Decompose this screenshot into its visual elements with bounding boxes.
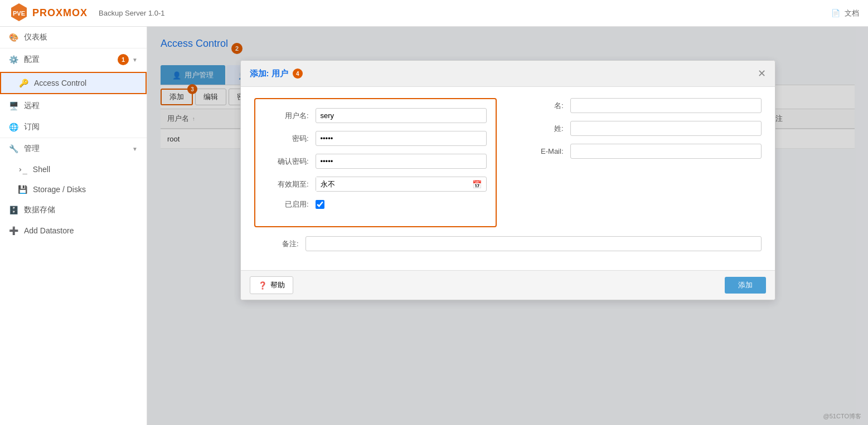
form-row-email: E-Mail: (519, 144, 762, 159)
data-storage-icon: 🗄️ (9, 206, 18, 214)
enabled-label: 已启用: (264, 199, 309, 209)
dialog-badge: 4 (293, 69, 303, 79)
subscription-icon: 🌐 (9, 123, 18, 131)
sidebar-item-dashboard[interactable]: 🎨 仪表板 (0, 27, 147, 48)
config-badge: 1 (118, 54, 129, 65)
storage-icon: 💾 (18, 185, 27, 194)
confirm-input[interactable] (316, 154, 487, 169)
shell-icon: ›_ (18, 165, 27, 174)
sidebar-label-remote: 远程 (24, 101, 40, 111)
access-control-icon: 🔑 (19, 79, 28, 87)
email-input[interactable] (570, 144, 762, 159)
form-right: 名: 姓: E-Mail: (519, 98, 762, 227)
sidebar-label-config: 配置 (24, 55, 40, 65)
sidebar-item-add-datastore[interactable]: ➕ Add Datastore (0, 221, 147, 241)
dialog-add-button[interactable]: 添加 (725, 277, 766, 294)
sidebar-label-storage: Storage / Disks (33, 185, 86, 194)
app-title: Backup Server 1.0-1 (99, 9, 165, 17)
sidebar-label-add-datastore: Add Datastore (24, 226, 74, 235)
form-row-enabled: 已启用: (264, 199, 487, 209)
sidebar-label-subscription: 订阅 (24, 122, 40, 132)
logo-text: PROXMOX (32, 7, 88, 19)
sidebar-label-admin: 管理 (24, 144, 40, 154)
expire-label: 有效期至: (264, 179, 309, 189)
dialog-footer: ❓ 帮助 添加 (241, 270, 775, 300)
sidebar-item-config[interactable]: ⚙️ 配置 1 ▼ (0, 48, 147, 71)
top-bar-right: 📄 文档 (831, 8, 859, 18)
sidebar-label-dashboard: 仪表板 (24, 32, 47, 42)
form-row-note: 备注: (254, 236, 762, 251)
sidebar-item-storage-disks[interactable]: 💾 Storage / Disks (0, 179, 147, 199)
top-bar-left: PVE PROXMOX Backup Server 1.0-1 (9, 3, 165, 23)
email-label: E-Mail: (519, 147, 564, 155)
expire-input[interactable] (316, 177, 468, 191)
note-label: 备注: (254, 239, 299, 249)
form-row-confirm: 确认密码: (264, 154, 487, 169)
form-row-username: 用户名: (264, 108, 487, 123)
logo: PVE PROXMOX (9, 3, 88, 23)
dialog-header: 添加: 用户 4 ✕ (241, 61, 775, 87)
dialog-overlay: 添加: 用户 4 ✕ 用户名: (147, 27, 868, 425)
content-area: Access Control 2 👤 用户管理 👤 API Token 🔒 权限 (147, 27, 868, 425)
config-chevron: ▼ (132, 57, 138, 63)
password-input[interactable] (316, 131, 487, 146)
sidebar-item-shell[interactable]: ›_ Shell (0, 159, 147, 179)
help-label: 帮助 (270, 280, 285, 290)
sidebar-label-access-control: Access Control (34, 79, 86, 87)
svg-text:PVE: PVE (13, 10, 25, 17)
help-button[interactable]: ❓ 帮助 (250, 276, 293, 294)
sidebar-item-admin[interactable]: 🔧 管理 ▼ (0, 138, 147, 159)
enabled-checkbox[interactable] (316, 200, 324, 209)
doc-icon: 📄 (831, 9, 840, 17)
sidebar-item-data-storage[interactable]: 🗄️ 数据存储 (0, 199, 147, 221)
username-label: 用户名: (264, 111, 309, 121)
sidebar-label-shell: Shell (33, 165, 50, 174)
confirm-label: 确认密码: (264, 157, 309, 167)
add-datastore-icon: ➕ (9, 226, 18, 235)
admin-icon: 🔧 (9, 144, 18, 153)
form-row-firstname: 名: (519, 98, 762, 113)
dashboard-icon: 🎨 (9, 33, 18, 42)
config-icon: ⚙️ (9, 55, 18, 64)
lastname-label: 姓: (519, 124, 564, 134)
admin-chevron: ▼ (132, 146, 138, 152)
form-row-lastname: 姓: (519, 121, 762, 136)
firstname-input[interactable] (570, 98, 762, 113)
help-icon: ❓ (258, 281, 267, 290)
expire-input-wrapper: 📅 (316, 177, 487, 192)
sidebar-item-subscription[interactable]: 🌐 订阅 (0, 116, 147, 138)
form-left: 用户名: 密码: 确认密码: (254, 98, 497, 227)
note-input[interactable] (306, 236, 762, 251)
remote-icon: 🖥️ (9, 101, 18, 110)
calendar-icon[interactable]: 📅 (468, 178, 486, 191)
sidebar-label-data-storage: 数据存储 (24, 205, 55, 215)
proxmox-logo-icon: PVE (9, 3, 29, 23)
firstname-label: 名: (519, 101, 564, 111)
lastname-input[interactable] (570, 121, 762, 136)
sidebar-item-access-control[interactable]: 🔑 Access Control (0, 72, 147, 94)
dialog-close-btn[interactable]: ✕ (758, 67, 766, 80)
form-row-password: 密码: (264, 131, 487, 146)
doc-link[interactable]: 文档 (845, 8, 859, 18)
top-bar: PVE PROXMOX Backup Server 1.0-1 📄 文档 (0, 0, 868, 27)
form-grid: 用户名: 密码: 确认密码: (254, 98, 762, 227)
dialog-body: 用户名: 密码: 确认密码: (241, 87, 775, 270)
main-layout: 🎨 仪表板 ⚙️ 配置 1 ▼ 🔑 Access Control 🖥️ 远程 (0, 27, 868, 425)
dialog-title: 添加: 用户 (250, 69, 288, 79)
sidebar-item-remote[interactable]: 🖥️ 远程 (0, 95, 147, 116)
sidebar: 🎨 仪表板 ⚙️ 配置 1 ▼ 🔑 Access Control 🖥️ 远程 (0, 27, 147, 425)
app-container: PVE PROXMOX Backup Server 1.0-1 📄 文档 🎨 仪… (0, 0, 868, 425)
form-row-expire: 有效期至: 📅 (264, 177, 487, 192)
password-label: 密码: (264, 134, 309, 144)
username-input[interactable] (316, 108, 487, 123)
add-user-dialog: 添加: 用户 4 ✕ 用户名: (240, 60, 775, 300)
